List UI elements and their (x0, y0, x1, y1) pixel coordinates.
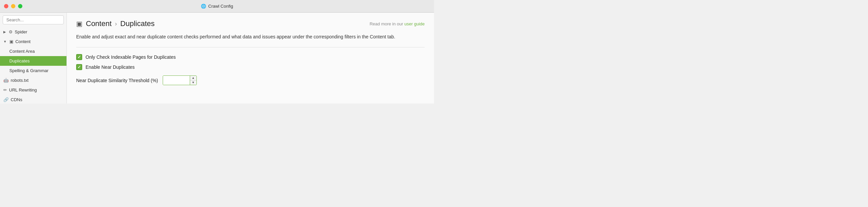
checkbox-near-duplicates-label: Enable Near Duplicates (86, 64, 135, 70)
app-title: 🌐 Crawl Config (201, 4, 233, 9)
user-guide-link-container: Read more in our user guide (370, 21, 425, 26)
description-text: Enable and adjust exact and near duplica… (76, 33, 425, 40)
spinner-down-button[interactable]: ▼ (190, 80, 196, 85)
gear-icon: ⚙ (9, 29, 13, 34)
breadcrumb-parent: Content (86, 20, 112, 28)
search-input[interactable] (3, 15, 64, 24)
app-icon: 🌐 (201, 4, 206, 9)
page-header: ▣ Content › Duplicates Read more in our … (76, 20, 425, 28)
minimize-button[interactable] (11, 4, 16, 8)
content-icon: ▣ (9, 39, 13, 44)
titlebar-buttons (4, 4, 22, 8)
close-button[interactable] (4, 4, 8, 8)
titlebar: 🌐 Crawl Config (0, 0, 434, 13)
sidebar: ▶ ⚙ Spider ▼ ▣ Content Content Area Dupl… (0, 13, 67, 104)
page-title: ▣ Content › Duplicates (76, 20, 155, 28)
checkbox-indexable[interactable]: ✓ (76, 54, 82, 60)
divider (76, 47, 425, 47)
sidebar-item-robots-txt[interactable]: 🤖 robots.txt (0, 75, 66, 85)
arrow-icon: ▶ (3, 30, 6, 34)
checkbox-indexable-label: Only Check Indexable Pages for Duplicate… (86, 55, 176, 60)
sidebar-item-content-area[interactable]: Content Area (0, 46, 66, 56)
checkmark-icon: ✓ (78, 55, 81, 60)
threshold-spinner: 50 ▲ ▼ (163, 75, 197, 85)
checkbox-near-duplicates-row: ✓ Enable Near Duplicates (76, 64, 425, 70)
arrow-down-icon: ▼ (3, 40, 7, 43)
sidebar-item-spelling-grammar[interactable]: Spelling & Grammar (0, 66, 66, 75)
checkbox-indexable-row: ✓ Only Check Indexable Pages for Duplica… (76, 54, 425, 60)
link-icon: 🔗 (3, 97, 9, 102)
threshold-input[interactable]: 50 (163, 76, 190, 85)
threshold-row: Near Duplicate Similarity Threshold (%) … (76, 75, 425, 85)
checkbox-near-duplicates[interactable]: ✓ (76, 64, 82, 70)
sidebar-item-content[interactable]: ▼ ▣ Content (0, 37, 66, 46)
spinner-buttons: ▲ ▼ (190, 76, 196, 85)
edit-icon: ✏ (3, 88, 7, 93)
checkmark-icon-2: ✓ (78, 65, 81, 69)
robots-icon: 🤖 (3, 78, 9, 83)
breadcrumb-separator: › (115, 21, 117, 27)
main-content: ▣ Content › Duplicates Read more in our … (67, 13, 434, 104)
threshold-label: Near Duplicate Similarity Threshold (%) (76, 78, 158, 83)
spinner-up-button[interactable]: ▲ (190, 76, 196, 80)
sidebar-item-spider[interactable]: ▶ ⚙ Spider (0, 27, 66, 37)
sidebar-item-duplicates[interactable]: Duplicates (0, 56, 66, 66)
app-body: ▶ ⚙ Spider ▼ ▣ Content Content Area Dupl… (0, 13, 434, 104)
breadcrumb-child: Duplicates (120, 20, 155, 28)
maximize-button[interactable] (18, 4, 22, 8)
title-icon: ▣ (76, 20, 83, 28)
sidebar-item-url-rewriting[interactable]: ✏ URL Rewriting (0, 85, 66, 95)
user-guide-link[interactable]: user guide (404, 21, 425, 26)
sidebar-item-cdns[interactable]: 🔗 CDNs (0, 95, 66, 104)
